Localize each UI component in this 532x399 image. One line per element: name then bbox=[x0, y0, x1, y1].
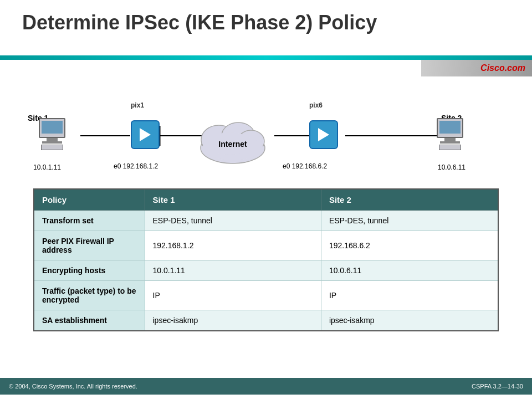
cell-policy: Transform set bbox=[34, 211, 145, 231]
internet-cloud: Internet bbox=[197, 109, 269, 165]
table-row: Peer PIX Firewall IP address192.168.1.21… bbox=[34, 231, 498, 260]
header-bar bbox=[0, 55, 532, 60]
footer-slide-ref: CSPFA 3.2—14-30 bbox=[472, 383, 523, 390]
cell-site1: 10.0.1.11 bbox=[145, 260, 321, 281]
cell-site2: 192.168.6.2 bbox=[321, 231, 498, 260]
col-header-site2: Site 2 bbox=[321, 189, 498, 211]
cisco-logo: Cisco.com bbox=[480, 63, 525, 73]
cell-site1: ipsec-isakmp bbox=[145, 310, 321, 331]
pix1-play-icon bbox=[140, 128, 151, 141]
pix6-label: pix6 bbox=[309, 101, 323, 109]
cell-site2: 10.0.6.11 bbox=[321, 260, 498, 281]
table-row: Encrypting hosts10.0.1.1110.0.6.11 bbox=[34, 260, 498, 281]
pix6-device bbox=[309, 120, 338, 149]
cell-policy: Encrypting hosts bbox=[34, 260, 145, 281]
table-header-row: Policy Site 1 Site 2 bbox=[34, 189, 498, 211]
site2-computer bbox=[437, 118, 463, 150]
site2-ip: 10.0.6.11 bbox=[438, 163, 466, 171]
footer: © 2004, Cisco Systems, Inc. All rights r… bbox=[0, 378, 532, 395]
cisco-logo-area: Cisco.com bbox=[421, 60, 532, 76]
table-row: SA establishmentipsec-isakmpipsec-isakmp bbox=[34, 310, 498, 331]
cell-policy: Traffic (packet type) to be encrypted bbox=[34, 281, 145, 310]
cell-site2: ESP-DES, tunnel bbox=[321, 211, 498, 231]
site1-computer bbox=[39, 118, 65, 150]
policy-table-container: Policy Site 1 Site 2 Transform setESP-DE… bbox=[33, 188, 499, 331]
policy-table: Policy Site 1 Site 2 Transform setESP-DE… bbox=[33, 188, 499, 331]
page-title: Determine IPSec (IKE Phase 2) Policy bbox=[22, 11, 377, 34]
table-row: Traffic (packet type) to be encryptedIPI… bbox=[34, 281, 498, 310]
diagram-area: Site 1 10.0.1.11 pix1 e0 192.168.1.2 In bbox=[22, 80, 510, 183]
footer-copyright: © 2004, Cisco Systems, Inc. All rights r… bbox=[9, 383, 137, 390]
table-row: Transform setESP-DES, tunnelESP-DES, tun… bbox=[34, 211, 498, 231]
pix1-device bbox=[131, 120, 160, 149]
cell-site2: IP bbox=[321, 281, 498, 310]
pix6-e0-label: e0 192.168.6.2 bbox=[283, 162, 327, 170]
cell-site2: ipsec-isakmp bbox=[321, 310, 498, 331]
pix6-play-icon bbox=[318, 128, 329, 141]
site1-ip: 10.0.1.11 bbox=[33, 163, 61, 171]
cell-site1: IP bbox=[145, 281, 321, 310]
pix1-e0-label: e0 192.168.1.2 bbox=[114, 162, 158, 170]
cell-policy: SA establishment bbox=[34, 310, 145, 331]
cell-site1: 192.168.1.2 bbox=[145, 231, 321, 260]
cell-policy: Peer PIX Firewall IP address bbox=[34, 231, 145, 260]
col-header-policy: Policy bbox=[34, 189, 145, 211]
svg-text:Internet: Internet bbox=[218, 140, 247, 149]
cell-site1: ESP-DES, tunnel bbox=[145, 211, 321, 231]
col-header-site1: Site 1 bbox=[145, 189, 321, 211]
pix1-label: pix1 bbox=[131, 101, 144, 109]
